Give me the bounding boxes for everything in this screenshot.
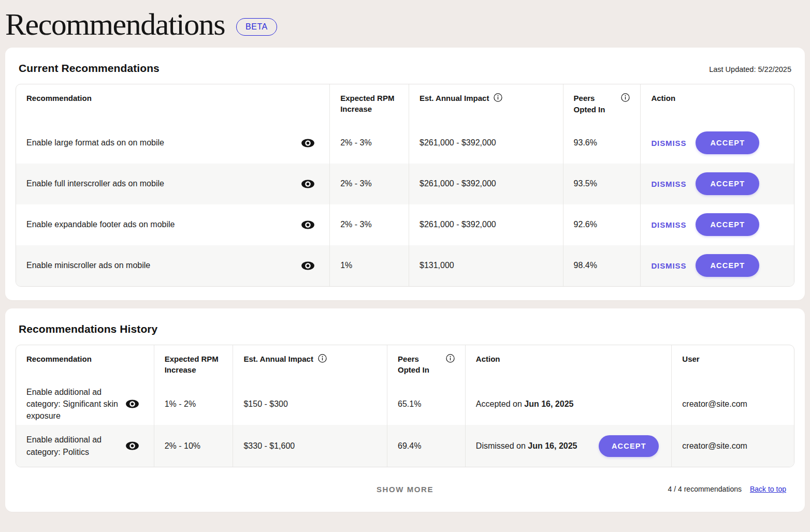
col-header-user: User	[672, 345, 794, 383]
rpm-cell: 1%	[330, 245, 409, 286]
info-circle-icon[interactable]	[318, 354, 327, 363]
peers-cell: 69.4%	[387, 425, 466, 467]
recommendation-text: Enable expandable footer ads on mobile	[26, 220, 175, 229]
impact-cell: $261,000 - $392,000	[409, 123, 563, 164]
col-header-action: Action	[466, 345, 672, 383]
recommendation-text: Enable full interscroller ads on mobile	[26, 179, 164, 188]
eye-visibility-icon[interactable]	[301, 137, 315, 149]
impact-cell: $261,000 - $392,000	[409, 164, 563, 204]
recommendation-cell: Enable expandable footer ads on mobile	[16, 204, 330, 245]
current-recommendations-card: Current Recommendations Last Updated: 5/…	[5, 48, 805, 300]
peers-cell: 65.1%	[387, 383, 466, 425]
accept-button[interactable]: ACCEPT	[599, 435, 659, 457]
table-header-row: Recommendation Expected RPM Increase Est…	[16, 345, 794, 383]
peers-cell: 93.5%	[563, 164, 641, 204]
recommendations-count: 4 / 4 recommendations	[668, 485, 742, 493]
recommendations-history-card: Recommendations History Recommendation E…	[5, 308, 805, 512]
dismiss-button[interactable]: DISMISS	[651, 220, 686, 229]
recommendation-cell: Enable full interscroller ads on mobile	[16, 164, 330, 204]
table-row: Enable expandable footer ads on mobile 2…	[16, 204, 794, 245]
history-footer: SHOW MORE 4 / 4 recommendations Back to …	[16, 480, 794, 498]
recommendations-history-title: Recommendations History	[19, 323, 157, 335]
accept-button[interactable]: ACCEPT	[696, 131, 759, 154]
impact-cell: $261,000 - $392,000	[409, 204, 563, 245]
peers-cell: 93.6%	[563, 123, 641, 164]
col-header-peers-label: Peers Opted In	[398, 353, 441, 376]
col-header-impact-label: Est. Annual Impact	[420, 93, 489, 104]
accept-button[interactable]: ACCEPT	[696, 254, 759, 277]
table-row: Enable full interscroller ads on mobile …	[16, 164, 794, 204]
table-row: Enable miniscroller ads on mobile 1% $13…	[16, 245, 794, 286]
impact-cell: $150 - $300	[233, 383, 387, 425]
table-row: Enable additional ad category: Politics …	[16, 425, 794, 467]
recommendation-text: Enable large format ads on on mobile	[26, 138, 164, 147]
dismiss-button[interactable]: DISMISS	[651, 180, 686, 188]
back-to-top-link[interactable]: Back to top	[750, 485, 786, 493]
rpm-cell: 2% - 3%	[330, 123, 409, 164]
dismiss-button[interactable]: DISMISS	[651, 261, 686, 270]
col-header-recommendation: Recommendation	[16, 84, 330, 123]
impact-cell: $131,000	[409, 245, 563, 286]
eye-visibility-icon[interactable]	[125, 440, 139, 452]
beta-badge: BETA	[236, 18, 277, 36]
col-header-peers: Peers Opted In	[387, 345, 466, 383]
info-circle-icon[interactable]	[446, 354, 455, 363]
history-action-cell: Accepted on Jun 16, 2025	[466, 383, 672, 425]
eye-visibility-icon[interactable]	[301, 219, 315, 231]
rpm-cell: 2% - 3%	[330, 164, 409, 204]
recommendations-history-table: Recommendation Expected RPM Increase Est…	[16, 345, 794, 468]
recommendation-cell: Enable miniscroller ads on mobile	[16, 245, 330, 286]
recommendation-cell: Enable large format ads on on mobile	[16, 123, 330, 164]
action-date: Jun 16, 2025	[524, 400, 573, 408]
eye-visibility-icon[interactable]	[301, 178, 315, 190]
action-cell: DISMISS ACCEPT	[641, 123, 794, 164]
page-header: Recommendations BETA	[5, 0, 805, 48]
action-status-text: Dismissed on Jun 16, 2025	[476, 441, 577, 451]
col-header-peers-label: Peers Opted In	[574, 93, 617, 115]
accept-button[interactable]: ACCEPT	[696, 172, 759, 195]
recommendation-text: Enable miniscroller ads on mobile	[26, 261, 150, 270]
page-title: Recommendations	[5, 7, 225, 41]
action-cell: DISMISS ACCEPT	[641, 164, 794, 204]
table-header-row: Recommendation Expected RPM Increase Est…	[16, 84, 794, 123]
peers-cell: 98.4%	[563, 245, 641, 286]
col-header-action: Action	[641, 84, 794, 123]
col-header-peers: Peers Opted In	[563, 84, 641, 123]
col-header-impact: Est. Annual Impact	[409, 84, 563, 123]
recommendation-cell: Enable additional ad category: Politics	[16, 425, 154, 467]
rpm-cell: 2% - 3%	[330, 204, 409, 245]
col-header-rpm: Expected RPM Increase	[330, 84, 409, 123]
info-circle-icon[interactable]	[494, 93, 502, 102]
eye-visibility-icon[interactable]	[125, 398, 139, 410]
rpm-cell: 1% - 2%	[154, 383, 234, 425]
user-cell: creator@site.com	[672, 425, 794, 467]
impact-cell: $330 - $1,600	[233, 425, 387, 467]
user-cell: creator@site.com	[672, 383, 794, 425]
col-header-impact: Est. Annual Impact	[233, 345, 387, 383]
show-more-button[interactable]: SHOW MORE	[377, 485, 433, 494]
info-circle-icon[interactable]	[621, 93, 630, 102]
current-recommendations-table: Recommendation Expected RPM Increase Est…	[16, 84, 794, 287]
table-row: Enable additional ad category: Significa…	[16, 383, 794, 425]
history-action-cell: Dismissed on Jun 16, 2025 ACCEPT	[466, 425, 672, 467]
col-header-rpm: Expected RPM Increase	[154, 345, 234, 383]
accept-button[interactable]: ACCEPT	[696, 213, 759, 236]
recommendation-text: Enable additional ad category: Politics	[26, 434, 119, 457]
recommendation-text: Enable additional ad category: Significa…	[26, 386, 119, 422]
rpm-cell: 2% - 10%	[154, 425, 234, 467]
table-row: Enable large format ads on on mobile 2% …	[16, 123, 794, 164]
current-recommendations-title: Current Recommendations	[19, 62, 160, 75]
eye-visibility-icon[interactable]	[301, 260, 315, 272]
action-status-text: Accepted on Jun 16, 2025	[476, 400, 574, 409]
action-cell: DISMISS ACCEPT	[641, 204, 794, 245]
col-header-impact-label: Est. Annual Impact	[243, 353, 313, 364]
peers-cell: 92.6%	[563, 204, 641, 245]
current-card-header: Current Recommendations Last Updated: 5/…	[16, 60, 794, 75]
last-updated-label: Last Updated: 5/22/2025	[709, 65, 791, 73]
action-date: Jun 16, 2025	[528, 441, 577, 450]
dismiss-button[interactable]: DISMISS	[651, 139, 686, 147]
action-cell: DISMISS ACCEPT	[641, 245, 794, 286]
history-card-header: Recommendations History	[16, 321, 794, 335]
col-header-recommendation: Recommendation	[16, 345, 154, 383]
recommendation-cell: Enable additional ad category: Significa…	[16, 383, 154, 425]
